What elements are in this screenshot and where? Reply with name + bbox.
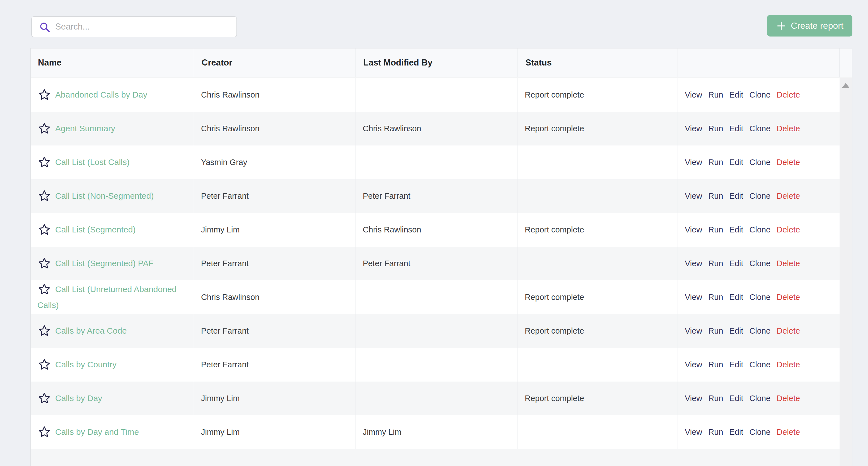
delete-link[interactable]: Delete	[777, 158, 800, 167]
last-modified-by-cell: Peter Farrant	[356, 179, 518, 213]
report-name-link[interactable]: Calls by Country	[55, 360, 117, 369]
clone-link[interactable]: Clone	[749, 428, 771, 437]
view-link[interactable]: View	[685, 428, 702, 437]
create-report-button[interactable]: Create report	[767, 15, 852, 36]
view-link[interactable]: View	[685, 225, 702, 234]
report-name-cell: Calls by Day and Time	[31, 415, 194, 449]
clone-link[interactable]: Clone	[749, 293, 771, 302]
star-icon[interactable]	[38, 223, 51, 236]
clone-link[interactable]: Clone	[749, 360, 771, 369]
edit-link[interactable]: Edit	[730, 225, 743, 234]
run-link[interactable]: Run	[708, 192, 723, 201]
delete-link[interactable]: Delete	[777, 293, 800, 302]
report-name-cell: Call List (Unreturned Abandoned Calls)	[31, 280, 194, 314]
creator-cell: Peter Farrant	[194, 314, 356, 348]
run-link[interactable]: Run	[708, 90, 723, 100]
view-link[interactable]: View	[685, 360, 702, 369]
delete-link[interactable]: Delete	[777, 259, 800, 268]
view-link[interactable]: View	[685, 124, 702, 133]
report-name-link[interactable]: Calls by Day	[55, 394, 102, 403]
clone-link[interactable]: Clone	[749, 225, 771, 234]
table-row: Agent Summary Chris Rawlinson Chris Rawl…	[31, 112, 840, 145]
last-modified-by-cell	[356, 280, 518, 314]
edit-link[interactable]: Edit	[730, 90, 743, 100]
star-icon[interactable]	[38, 122, 51, 135]
clone-link[interactable]: Clone	[749, 192, 771, 201]
last-modified-by-cell	[356, 78, 518, 112]
report-name-link[interactable]: Abandoned Calls by Day	[55, 90, 147, 99]
run-link[interactable]: Run	[708, 124, 723, 133]
star-icon[interactable]	[38, 156, 51, 169]
report-name-cell: Calls by Area Code	[31, 314, 194, 348]
column-header-name[interactable]: Name	[31, 48, 194, 77]
view-link[interactable]: View	[685, 293, 702, 302]
run-link[interactable]: Run	[708, 158, 723, 167]
clone-link[interactable]: Clone	[749, 90, 771, 100]
delete-link[interactable]: Delete	[777, 124, 800, 133]
view-link[interactable]: View	[685, 326, 702, 336]
edit-link[interactable]: Edit	[730, 394, 743, 403]
star-icon[interactable]	[38, 257, 51, 270]
run-link[interactable]: Run	[708, 326, 723, 336]
delete-link[interactable]: Delete	[777, 192, 800, 201]
search-input[interactable]	[55, 22, 229, 32]
edit-link[interactable]: Edit	[730, 360, 743, 369]
view-link[interactable]: View	[685, 394, 702, 403]
star-icon[interactable]	[38, 283, 51, 296]
column-header-status[interactable]: Status	[518, 48, 678, 77]
report-name-link[interactable]: Call List (Non-Segmented)	[55, 191, 154, 200]
star-icon[interactable]	[38, 325, 51, 337]
run-link[interactable]: Run	[708, 394, 723, 403]
view-link[interactable]: View	[685, 259, 702, 268]
star-icon[interactable]	[38, 190, 51, 202]
view-link[interactable]: View	[685, 90, 702, 100]
report-name-link[interactable]: Calls by Area Code	[55, 326, 127, 335]
last-modified-by-cell: Peter Farrant	[356, 247, 518, 280]
run-link[interactable]: Run	[708, 259, 723, 268]
star-icon[interactable]	[38, 358, 51, 371]
delete-link[interactable]: Delete	[777, 394, 800, 403]
report-name-link[interactable]: Calls by Day and Time	[55, 427, 139, 436]
star-icon[interactable]	[38, 392, 51, 405]
run-link[interactable]: Run	[708, 225, 723, 234]
delete-link[interactable]: Delete	[777, 90, 800, 100]
edit-link[interactable]: Edit	[730, 192, 743, 201]
report-name-link[interactable]: Call List (Segmented)	[55, 225, 135, 234]
edit-link[interactable]: Edit	[730, 158, 743, 167]
clone-link[interactable]: Clone	[749, 158, 771, 167]
column-header-creator[interactable]: Creator	[194, 48, 356, 77]
clone-link[interactable]: Clone	[749, 326, 771, 336]
status-cell: Report complete	[518, 314, 678, 348]
report-name-cell: Abandoned Calls by Day	[31, 78, 194, 112]
actions-cell: View Run Edit Clone Delete	[678, 112, 840, 145]
column-header-last-modified-by[interactable]: Last Modified By	[356, 48, 518, 77]
run-link[interactable]: Run	[708, 428, 723, 437]
report-name-link[interactable]: Call List (Segmented) PAF	[55, 259, 154, 268]
vertical-scrollbar[interactable]	[840, 78, 852, 466]
run-link[interactable]: Run	[708, 360, 723, 369]
edit-link[interactable]: Edit	[730, 326, 743, 336]
report-name-link[interactable]: Call List (Lost Calls)	[55, 158, 130, 167]
clone-link[interactable]: Clone	[749, 394, 771, 403]
creator-cell: Jimmy Lim	[194, 381, 356, 415]
star-icon[interactable]	[38, 88, 51, 101]
edit-link[interactable]: Edit	[730, 428, 743, 437]
edit-link[interactable]: Edit	[730, 293, 743, 302]
view-link[interactable]: View	[685, 158, 702, 167]
status-cell: Report complete	[518, 112, 678, 145]
delete-link[interactable]: Delete	[777, 360, 800, 369]
report-name-link[interactable]: Call List (Unreturned Abandoned Calls)	[37, 285, 177, 309]
edit-link[interactable]: Edit	[730, 259, 743, 268]
delete-link[interactable]: Delete	[777, 428, 800, 437]
view-link[interactable]: View	[685, 192, 702, 201]
edit-link[interactable]: Edit	[730, 124, 743, 133]
delete-link[interactable]: Delete	[777, 326, 800, 336]
scroll-up-arrow-icon[interactable]	[841, 83, 850, 88]
report-name-link[interactable]: Agent Summary	[55, 124, 115, 133]
run-link[interactable]: Run	[708, 293, 723, 302]
clone-link[interactable]: Clone	[749, 259, 771, 268]
star-icon[interactable]	[38, 426, 51, 438]
table-row: Calls by Day and Time Jimmy Lim Jimmy Li…	[31, 415, 840, 449]
clone-link[interactable]: Clone	[749, 124, 771, 133]
delete-link[interactable]: Delete	[777, 225, 800, 234]
